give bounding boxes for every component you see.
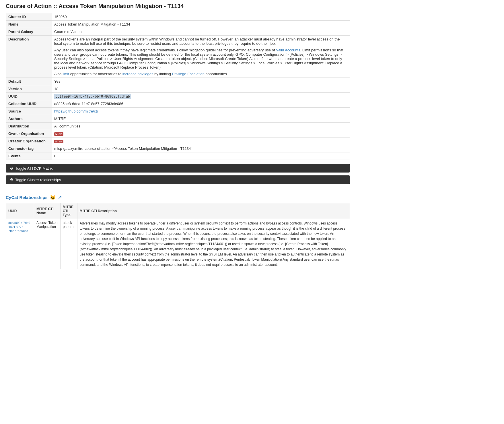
row-uuid: UUID c61fee9f-16fb-4f8c-bbf0-869093fcd4a… bbox=[6, 93, 350, 100]
creator-org-label: Creator Organisation bbox=[6, 138, 52, 145]
desc-increase-link: increase privileges bbox=[122, 72, 153, 76]
relationships-header-row: UUID MITRE CTI Name MITRE CTI Type MITRE… bbox=[6, 203, 350, 219]
collection-uuid-label: Collection UUID bbox=[6, 100, 52, 108]
row-description: Description Access tokens are an integra… bbox=[6, 36, 350, 78]
cycat-title-text: CyCat Relationships bbox=[6, 195, 48, 200]
creator-org-value: MISP bbox=[52, 138, 350, 145]
source-value: https://github.com/mitre/cti bbox=[52, 108, 350, 115]
uuid-link[interactable]: dcaa092b-7de9-4a21-977f-7fcb77e89c48 bbox=[8, 221, 31, 233]
row-authors: Authors MITRE bbox=[6, 115, 350, 123]
description-value: Access tokens are an integral part of th… bbox=[52, 36, 350, 78]
row-events: Events 0 bbox=[6, 152, 350, 160]
description-para3: Also limit opportunities for adversaries… bbox=[54, 72, 347, 76]
owner-org-value: MISP bbox=[52, 130, 350, 138]
owner-org-badge: MISP bbox=[54, 132, 63, 136]
creator-org-badge: MISP bbox=[54, 140, 63, 143]
info-table: Cluster ID 152060 Name Access Token Mani… bbox=[6, 13, 350, 160]
table-row: dcaa092b-7de9-4a21-977f-7fcb77e89c48Acce… bbox=[6, 219, 350, 269]
col-uuid-header: UUID bbox=[6, 203, 34, 219]
relationships-table-body: dcaa092b-7de9-4a21-977f-7fcb77e89c48Acce… bbox=[6, 219, 350, 269]
collection-uuid-value: a8825ae8-6dea-11e7-8d57-7728f3cfe086 bbox=[52, 100, 350, 108]
default-label: Default bbox=[6, 78, 52, 85]
row-cluster-id: Cluster ID 152060 bbox=[6, 13, 350, 21]
relationships-table-header: UUID MITRE CTI Name MITRE CTI Type MITRE… bbox=[6, 203, 350, 219]
owner-org-label: Owner Organisation bbox=[6, 130, 52, 138]
parent-galaxy-label: Parent Galaxy bbox=[6, 28, 52, 36]
cluster-icon: ⚙ bbox=[10, 177, 13, 182]
name-label: Name bbox=[6, 21, 52, 28]
version-label: Version bbox=[6, 85, 52, 93]
col-mitre-cti-name-header: MITRE CTI Name bbox=[34, 203, 60, 219]
row-connector-tag: Connector tag misp-galaxy:mitre-course-o… bbox=[6, 145, 350, 152]
relationships-table: UUID MITRE CTI Name MITRE CTI Type MITRE… bbox=[6, 203, 350, 269]
distribution-value: All communities bbox=[52, 123, 350, 130]
cluster-id-label: Cluster ID bbox=[6, 13, 52, 21]
col-mitre-cti-desc-header: MITRE CTI Description bbox=[77, 203, 350, 219]
row-mitre-cti-name: Access Token Manipulation bbox=[34, 219, 60, 269]
authors-value: MITRE bbox=[52, 115, 350, 123]
valid-accounts-link[interactable]: Valid Accounts bbox=[276, 48, 300, 52]
desc-priv-esc-link: Privilege Escalation bbox=[172, 72, 204, 76]
action-buttons: ⚙ Toggle ATT&CK Matrix ⚙ Toggle Cluster … bbox=[6, 164, 350, 186]
row-default: Default Yes bbox=[6, 78, 350, 85]
row-parent-galaxy: Parent Galaxy Course of Action bbox=[6, 28, 350, 36]
description-label: Description bbox=[6, 36, 52, 78]
description-para2: Any user can also spoof access tokens if… bbox=[54, 48, 347, 69]
cycat-external-link-icon[interactable]: ↗ bbox=[58, 195, 62, 200]
toggle-cluster-button[interactable]: ⚙ Toggle Cluster relationships bbox=[6, 175, 350, 184]
toggle-attck-label: Toggle ATT&CK Matrix bbox=[15, 166, 53, 171]
row-creator-org: Creator Organisation MISP bbox=[6, 138, 350, 145]
authors-label: Authors bbox=[6, 115, 52, 123]
col-mitre-cti-type-header: MITRE CTI Type bbox=[60, 203, 77, 219]
events-label: Events bbox=[6, 152, 52, 160]
name-value: Access Token Manipulation Mitigation - T… bbox=[52, 21, 350, 28]
uuid-label: UUID bbox=[6, 93, 52, 100]
version-value: 18 bbox=[52, 85, 350, 93]
events-value: 0 bbox=[52, 152, 350, 160]
row-owner-org: Owner Organisation MISP bbox=[6, 130, 350, 138]
parent-galaxy-value: Course of Action bbox=[52, 28, 350, 36]
toggle-cluster-label: Toggle Cluster relationships bbox=[15, 178, 61, 182]
source-label: Source bbox=[6, 108, 52, 115]
cycat-section: CyCat Relationships 🐱 ↗ UUID MITRE CTI N… bbox=[6, 191, 350, 269]
row-distribution: Distribution All communities bbox=[6, 123, 350, 130]
row-version: Version 18 bbox=[6, 85, 350, 93]
default-value: Yes bbox=[52, 78, 350, 85]
desc-limit-link: limit bbox=[63, 72, 69, 76]
connector-tag-value: misp-galaxy:mitre-course-of-action="Acce… bbox=[52, 145, 350, 152]
attck-icon: ⚙ bbox=[10, 166, 13, 171]
cycat-title-row: CyCat Relationships 🐱 ↗ bbox=[6, 195, 350, 200]
description-para1: Access tokens are an integral part of th… bbox=[54, 37, 347, 46]
row-mitre-cti-type: attack-pattern bbox=[60, 219, 77, 269]
distribution-label: Distribution bbox=[6, 123, 52, 130]
toggle-attck-button[interactable]: ⚙ Toggle ATT&CK Matrix bbox=[6, 164, 350, 173]
row-collection-uuid: Collection UUID a8825ae8-6dea-11e7-8d57-… bbox=[6, 100, 350, 108]
page-title: Course of Action :: Access Token Manipul… bbox=[6, 3, 350, 9]
row-uuid: dcaa092b-7de9-4a21-977f-7fcb77e89c48 bbox=[6, 219, 34, 269]
row-name: Name Access Token Manipulation Mitigatio… bbox=[6, 21, 350, 28]
row-mitre-cti-desc: Adversaries may modify access tokens to … bbox=[77, 219, 350, 269]
cluster-id-value: 152060 bbox=[52, 13, 350, 21]
desc-para2-prefix: Any user can also spoof access tokens if… bbox=[54, 48, 276, 52]
connector-tag-label: Connector tag bbox=[6, 145, 52, 152]
row-source: Source https://github.com/mitre/cti bbox=[6, 108, 350, 115]
uuid-value: c61fee9f-16fb-4f8c-bbf0-869093fcd4ab bbox=[52, 93, 350, 100]
cycat-info-icon[interactable]: 🐱 bbox=[50, 195, 56, 200]
source-link[interactable]: https://github.com/mitre/cti bbox=[54, 109, 98, 113]
